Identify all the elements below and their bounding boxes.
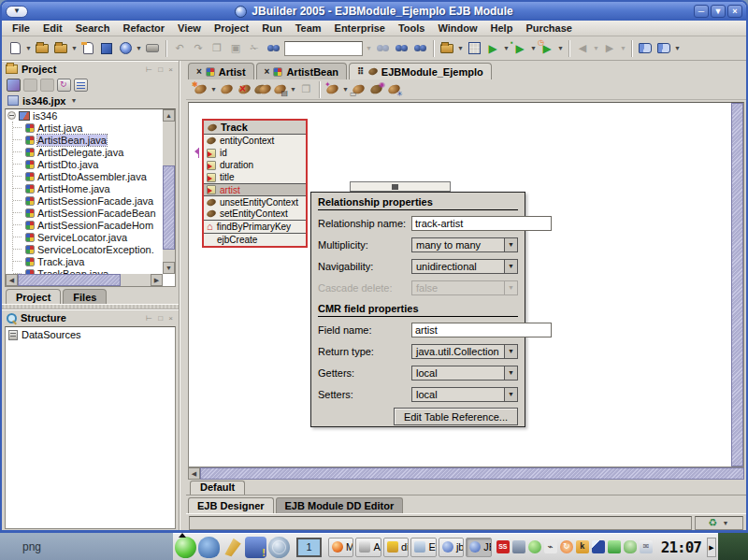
delete-bean-button[interactable]: × — [236, 81, 253, 98]
tree-file-row[interactable]: ArtistDto.java — [6, 158, 163, 170]
launcher-web-icon[interactable] — [268, 537, 290, 558]
tab-artistbean[interactable]: × ArtistBean — [256, 63, 347, 79]
copy-button[interactable]: ❐ — [208, 39, 226, 58]
tree-file-row[interactable]: Artist.java — [6, 122, 163, 134]
search-project-button[interactable] — [410, 39, 429, 58]
taskbar-clock[interactable]: 21:07 — [657, 538, 705, 556]
launcher-browser-icon[interactable] — [175, 537, 196, 558]
cut-button[interactable]: ✁ — [245, 39, 264, 58]
run-button[interactable]: ▶ — [483, 39, 502, 58]
relationship-name-input[interactable] — [411, 216, 552, 231]
help-button[interactable] — [636, 39, 654, 58]
search-input[interactable] — [284, 41, 363, 56]
workspace-switcher[interactable]: 1 — [296, 538, 322, 557]
entity-field-row[interactable]: title — [204, 171, 306, 183]
scroll-down-icon[interactable]: ▼ — [163, 262, 175, 274]
optimize-dropdown[interactable]: ▼ — [556, 45, 565, 51]
menu-help[interactable]: Help — [484, 22, 520, 34]
scroll-up-icon[interactable]: ▲ — [163, 109, 175, 122]
datasources-node[interactable]: DataSources — [8, 329, 172, 340]
pin-panel-icon[interactable]: ⊢ — [146, 314, 154, 323]
entity-method-row[interactable]: setEntityContext — [204, 208, 306, 220]
close-tab-icon[interactable]: × — [196, 67, 202, 77]
minimize-button[interactable]: ─ — [694, 5, 709, 18]
menu-view[interactable]: View — [171, 22, 208, 34]
artist-entity-box-partial[interactable] — [350, 181, 451, 192]
scroll-thumb[interactable] — [18, 274, 121, 286]
menu-project[interactable]: Project — [208, 22, 255, 34]
save-all-button[interactable] — [116, 39, 135, 58]
entity-create-row[interactable]: ejbCreate — [204, 233, 306, 246]
tree-file-row[interactable]: ArtistSessionFacade.java — [6, 194, 163, 207]
export-bean-button[interactable]: ▤ — [271, 81, 289, 98]
tree-file-row[interactable]: ArtistSessionFacadeBean — [6, 207, 163, 219]
browse-dropdown[interactable]: ▼ — [456, 45, 465, 51]
tree-file-row[interactable]: ArtistDelegate.java — [6, 146, 163, 158]
save-button[interactable] — [97, 39, 116, 58]
entity-field-row[interactable]: id — [204, 147, 306, 159]
scroll-left-icon[interactable]: ◀ — [6, 274, 18, 286]
tab-artist[interactable]: × Artist — [188, 63, 254, 79]
scroll-thumb[interactable] — [163, 165, 175, 250]
close-button[interactable]: × — [727, 5, 742, 18]
tab-ejbmodule[interactable]: ⠿ EJBModule_Ejemplo — [349, 63, 492, 79]
edit-table-reference-button[interactable]: Edit Table Reference... — [394, 408, 518, 425]
close-tab-icon[interactable]: × — [265, 67, 270, 77]
maximize-panel-icon[interactable]: □ — [158, 314, 165, 323]
menu-tools[interactable]: Tools — [392, 22, 432, 34]
setters-select[interactable]: local▼ — [411, 387, 518, 402]
pin-panel-icon[interactable]: ⊢ — [146, 65, 154, 74]
new-file-dropdown[interactable]: ▼ — [24, 45, 33, 51]
entity-field-row[interactable]: entityContext — [204, 135, 306, 147]
titlebar[interactable]: ▼ JBuilder 2005 - EJBModule_Ejemplo EJB … — [2, 2, 746, 21]
entity-finder-row[interactable]: ⌂findByPrimaryKey — [204, 220, 306, 233]
browse-classes-button[interactable] — [438, 39, 456, 58]
find-next-button[interactable] — [392, 39, 410, 58]
debug-button[interactable]: ▶▪ — [511, 39, 529, 58]
tab-ejb-designer[interactable]: EJB Designer — [188, 497, 274, 513]
tree-file-row[interactable]: ArtistDtoAssembler.java — [6, 170, 163, 182]
menu-team[interactable]: Team — [289, 22, 328, 34]
new-file-button[interactable] — [6, 39, 24, 58]
menu-edit[interactable]: Edit — [36, 22, 69, 34]
entity-cmr-field-row-selected[interactable]: artist — [204, 183, 306, 195]
project-selector-dropdown[interactable]: ▼ — [69, 97, 78, 104]
tray-plug-icon[interactable]: ⌁ — [544, 540, 557, 553]
ejb-designer-canvas[interactable]: Track entityContext id duration title ar… — [188, 102, 744, 467]
designer-settings-button[interactable]: ✳ — [385, 81, 403, 98]
copy-bean-button[interactable]: ❐ — [297, 81, 315, 98]
navigability-select[interactable]: unidirectional▼ — [411, 259, 518, 274]
snapshot-button[interactable]: ◉ — [367, 81, 385, 98]
run-dropdown[interactable]: ▼ — [502, 45, 511, 51]
taskbar-window-jbuilder-active[interactable]: JBu — [466, 538, 491, 557]
menu-run[interactable]: Run — [255, 22, 288, 34]
shade-button[interactable]: ▼ — [711, 5, 726, 18]
make-project-button[interactable] — [465, 39, 483, 58]
panel-expand-arrow[interactable]: ▶ — [707, 538, 716, 557]
tray-messenger-icon[interactable] — [608, 540, 621, 553]
save-all-dropdown[interactable]: ▼ — [135, 45, 143, 51]
tray-update-icon[interactable] — [512, 540, 525, 553]
project-selector[interactable]: is346.jpx ▼ — [2, 93, 179, 108]
refresh-button[interactable] — [57, 79, 71, 92]
wizard-bean-button[interactable]: ✦ — [324, 81, 341, 98]
tray-status-icon[interactable] — [528, 540, 541, 553]
reopen-dropdown[interactable]: ▼ — [70, 45, 79, 51]
tray-display-icon[interactable] — [592, 540, 605, 553]
tray-user-icon[interactable] — [624, 540, 637, 553]
vertical-splitter[interactable] — [180, 61, 186, 531]
tray-klipper-icon[interactable]: k — [576, 540, 589, 553]
tree-file-row[interactable]: TrackBean.java — [6, 267, 163, 274]
canvas-vertical-scrollbar[interactable] — [731, 103, 743, 467]
taskbar-window-msn[interactable]: MSN — [328, 538, 353, 557]
tab-default[interactable]: Default — [190, 481, 245, 495]
memory-monitor-dropdown[interactable]: ▼ — [721, 520, 729, 526]
menu-file[interactable]: File — [6, 22, 36, 34]
find-previous-button[interactable] — [373, 39, 392, 58]
reopen-button[interactable] — [51, 39, 70, 58]
optimize-button[interactable]: ▶◷ — [538, 39, 556, 58]
taskbar-window-jbuilder2[interactable]: jbu — [439, 538, 464, 557]
taskbar-window-digit[interactable]: digit — [383, 538, 409, 557]
tree-horizontal-scrollbar[interactable]: ◀ ▶ — [6, 274, 163, 286]
tab-files[interactable]: Files — [63, 289, 107, 304]
